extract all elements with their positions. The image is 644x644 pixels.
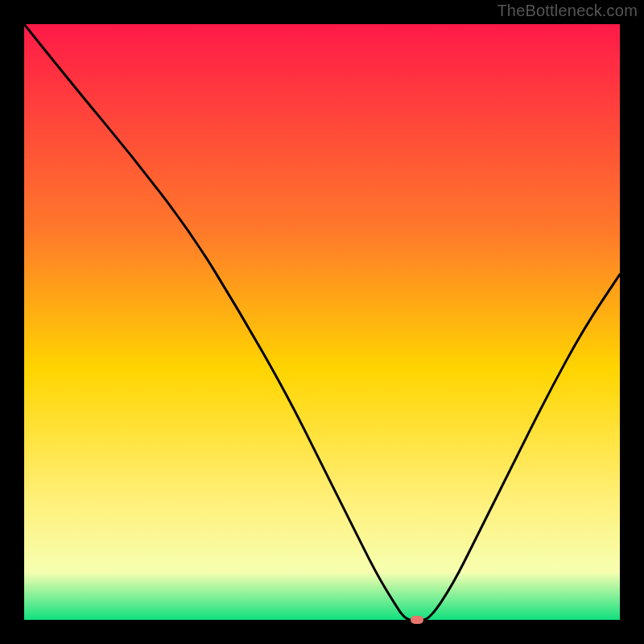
optimal-marker [411,616,423,624]
gradient-background [24,24,620,620]
chart-frame: TheBottleneck.com [0,0,644,644]
plot-svg [24,24,620,620]
plot-area [24,24,620,620]
watermark-text: TheBottleneck.com [497,2,638,20]
